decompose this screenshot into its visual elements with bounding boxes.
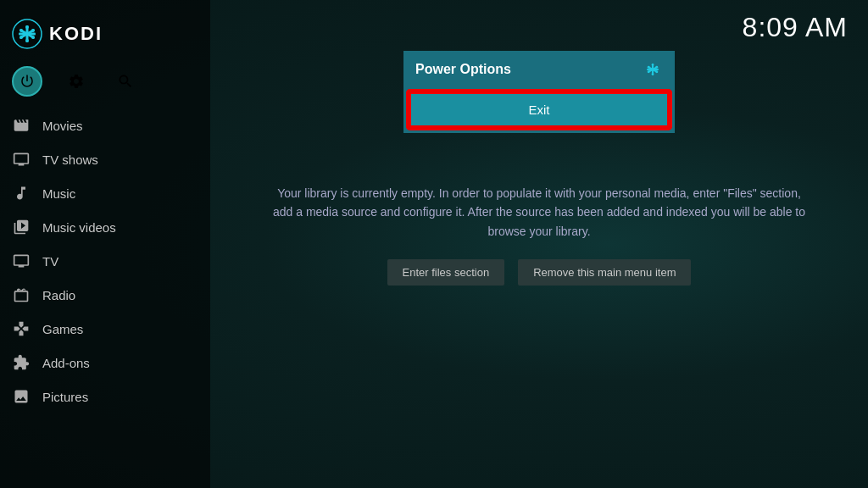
movies-label: Movies — [42, 119, 83, 133]
svg-point-7 — [19, 29, 23, 32]
music-icon — [12, 184, 31, 202]
music-videos-label: Music videos — [42, 220, 116, 235]
remove-menu-item-button[interactable]: Remove this main menu item — [518, 259, 691, 286]
top-icons-bar — [0, 61, 210, 108]
addons-icon — [12, 353, 31, 372]
library-message: Your library is currently empty. In orde… — [251, 184, 827, 241]
app-name: KODI — [49, 23, 103, 45]
svg-point-16 — [652, 73, 654, 75]
svg-point-20 — [655, 70, 658, 73]
svg-point-19 — [648, 70, 650, 73]
pictures-label: Pictures — [42, 390, 88, 404]
logo-area: KODI — [0, 7, 210, 61]
tvshows-icon — [12, 150, 31, 169]
games-label: Games — [42, 322, 83, 336]
games-icon — [12, 319, 31, 338]
svg-point-15 — [652, 64, 654, 66]
sidebar-item-games[interactable]: Games — [0, 312, 210, 346]
pictures-icon — [12, 387, 31, 406]
sidebar-item-music[interactable]: Music — [0, 176, 210, 210]
enter-files-button[interactable]: Enter files section — [387, 259, 505, 286]
svg-point-8 — [31, 29, 35, 32]
svg-point-17 — [648, 66, 650, 69]
svg-point-9 — [19, 36, 23, 39]
sidebar-item-tv[interactable]: TV — [0, 244, 210, 278]
radio-icon — [12, 286, 31, 304]
svg-point-10 — [31, 36, 35, 39]
exit-button-wrapper: Exit — [403, 88, 675, 133]
exit-button[interactable]: Exit — [409, 92, 670, 128]
settings-button[interactable] — [61, 66, 92, 97]
sidebar: KODI Movies TV shows Music — [0, 0, 210, 488]
action-buttons: Enter files section Remove this main men… — [387, 259, 692, 286]
svg-point-18 — [655, 66, 658, 69]
sidebar-item-music-videos[interactable]: Music videos — [0, 210, 210, 244]
main-content: Power Options Exit Your libr — [210, 0, 868, 488]
add-ons-label: Add-ons — [42, 356, 90, 370]
sidebar-item-pictures[interactable]: Pictures — [0, 380, 210, 413]
music-videos-icon — [12, 218, 31, 236]
sidebar-item-tvshows[interactable]: TV shows — [0, 142, 210, 176]
search-button[interactable] — [110, 66, 141, 97]
tv-icon — [12, 252, 31, 270]
radio-label: Radio — [42, 288, 75, 302]
dialog-title: Power Options — [415, 62, 511, 77]
sidebar-item-radio[interactable]: Radio — [0, 278, 210, 312]
tv-label: TV — [42, 254, 58, 269]
music-label: Music — [42, 186, 75, 201]
sidebar-item-add-ons[interactable]: Add-ons — [0, 346, 210, 380]
svg-point-6 — [25, 39, 29, 42]
tvshows-label: TV shows — [42, 152, 98, 167]
power-options-dialog: Power Options Exit — [403, 51, 675, 133]
dialog-header: Power Options — [403, 51, 675, 88]
svg-point-5 — [25, 25, 29, 29]
movies-icon — [12, 116, 31, 135]
power-button[interactable] — [12, 66, 42, 97]
sidebar-item-movies[interactable]: Movies — [0, 108, 210, 142]
dialog-kodi-icon — [643, 59, 663, 80]
kodi-logo-icon — [12, 19, 42, 49]
